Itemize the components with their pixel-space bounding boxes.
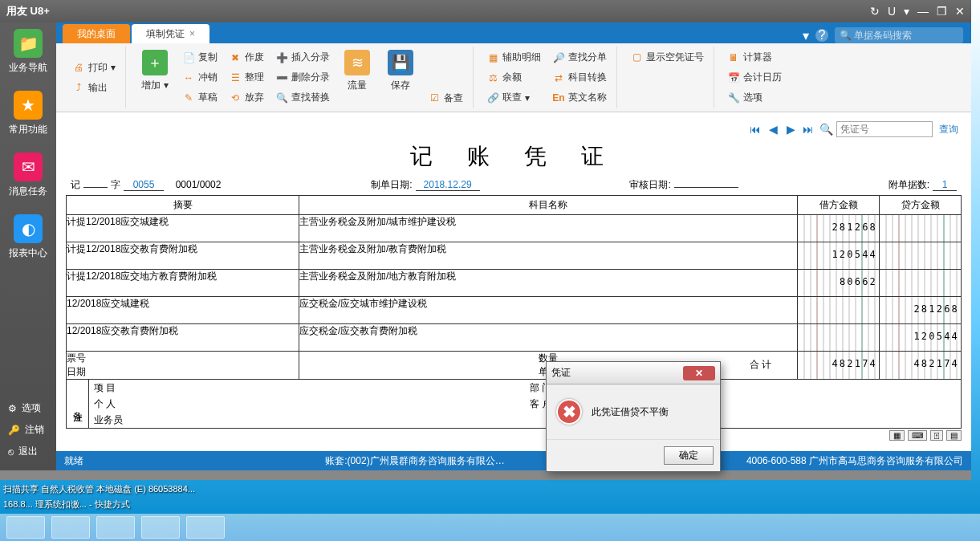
u-icon[interactable]: U: [888, 5, 896, 18]
findbill-icon: 🔎: [552, 51, 565, 64]
btn-query[interactable]: 查询: [936, 123, 962, 136]
taskbar-item[interactable]: [6, 516, 45, 539]
dialog-titlebar[interactable]: 凭证 ✕: [547, 362, 720, 384]
nav-messages[interactable]: ✉消息任务: [4, 153, 52, 198]
btn-insert-entry[interactable]: ➕插入分录: [272, 49, 333, 67]
btn-save[interactable]: 💾保存: [381, 48, 420, 107]
btn-options[interactable]: 🔧选项: [724, 89, 785, 107]
cell-credit[interactable]: 120544: [880, 324, 962, 352]
btn-flow[interactable]: ≋流量: [338, 48, 376, 107]
nav-next-icon[interactable]: ▶: [783, 122, 798, 136]
nav-logout[interactable]: 🔑注销: [0, 419, 56, 441]
nav-last-icon[interactable]: ⏭: [801, 122, 815, 136]
btn-print[interactable]: 🖨打印 ▾: [69, 59, 119, 76]
cell-subject[interactable]: 应交税金/应交教育费附加税: [299, 324, 798, 352]
ft-clerk[interactable]: 业务员: [89, 412, 525, 428]
taskbar-item[interactable]: [186, 516, 225, 539]
tab-more-icon[interactable]: ▾: [803, 28, 809, 43]
gear-icon: ⚙: [8, 403, 17, 414]
cell-debit[interactable]: [798, 324, 880, 352]
btn-find-replace[interactable]: 🔍查找替换: [272, 89, 333, 107]
table-row[interactable]: 计提12/2018应交地方教育费附加税主营业务税金及附加/地方教育附加税8066…: [67, 270, 962, 297]
cell-debit[interactable]: 281268: [798, 215, 880, 242]
nav-favorites[interactable]: ★常用功能: [4, 91, 52, 136]
btn-offset[interactable]: ↔冲销: [179, 69, 221, 87]
btn-balance[interactable]: ⚖余额: [483, 69, 544, 87]
make-date[interactable]: 2018.12.29: [416, 179, 480, 191]
nav-exit[interactable]: ⎋退出: [0, 441, 56, 462]
nav-prev-icon[interactable]: ◀: [766, 122, 780, 136]
cell-credit[interactable]: [880, 270, 962, 297]
nav-search-icon[interactable]: 🔍: [819, 122, 833, 136]
nav-options[interactable]: ⚙选项: [0, 397, 56, 419]
help-icon[interactable]: ?: [815, 29, 828, 42]
btn-tidy[interactable]: ☰整理: [226, 69, 267, 87]
nav-reports[interactable]: ◐报表中心: [4, 214, 52, 260]
refresh-icon[interactable]: ↻: [870, 5, 880, 18]
cell-credit[interactable]: 281268: [880, 297, 962, 324]
ft-project[interactable]: 项 目: [89, 380, 525, 396]
attach-count[interactable]: 1: [933, 179, 957, 191]
footer-icon-3[interactable]: ⍐: [930, 430, 943, 441]
btn-add[interactable]: ＋增加 ▾: [136, 48, 174, 107]
btn-find-bill[interactable]: 🔎查找分单: [549, 49, 610, 67]
table-row[interactable]: 计提12/2018应交教育费附加税主营业务税金及附加/教育费附加税120544: [67, 242, 962, 270]
nav-business[interactable]: 📁业务导航: [4, 29, 52, 75]
btn-eng-name[interactable]: En英文名称: [549, 89, 610, 107]
btn-show-empty[interactable]: ▢显示空凭证号: [627, 48, 707, 66]
cell-subject[interactable]: 主营业务税金及附加/城市维护建设税: [299, 215, 798, 242]
restore-icon[interactable]: ❐: [937, 5, 947, 18]
table-row[interactable]: 12/2018应交城建税应交税金/应交城市维护建设税281268: [67, 297, 962, 324]
ft-person[interactable]: 个 人: [89, 396, 525, 412]
cell-subject[interactable]: 主营业务税金及附加/教育费附加税: [299, 242, 798, 270]
nav-first-icon[interactable]: ⏮: [748, 122, 762, 136]
taskbar-item[interactable]: [96, 516, 135, 539]
cell-debit[interactable]: 120544: [798, 242, 880, 270]
dialog-close-icon[interactable]: ✕: [683, 366, 715, 380]
btn-delete-entry[interactable]: ➖删除分录: [272, 69, 333, 87]
cell-summary[interactable]: 计提12/2018应交地方教育费附加税: [67, 270, 299, 297]
footer-icon-2[interactable]: ⌨: [908, 430, 927, 441]
btn-audit[interactable]: ☑备查: [425, 89, 466, 107]
cell-subject[interactable]: 主营业务税金及附加/地方教育附加税: [299, 270, 798, 297]
tab-home[interactable]: 我的桌面: [63, 24, 130, 43]
cell-summary[interactable]: 计提12/2018应交城建税: [67, 215, 299, 242]
dialog-ok-button[interactable]: 确定: [664, 446, 714, 465]
footer-icon-4[interactable]: ▤: [946, 430, 962, 441]
btn-calendar[interactable]: 📅会计日历: [724, 69, 785, 87]
btn-void[interactable]: ✖作废: [226, 49, 267, 67]
btn-draft[interactable]: ✎草稿: [179, 89, 221, 107]
flow-icon: ≋: [344, 50, 370, 75]
voucher-no-input[interactable]: [836, 121, 933, 137]
cell-summary[interactable]: 12/2018应交城建税: [67, 297, 299, 324]
cell-summary[interactable]: 12/2018应交教育费附加税: [67, 324, 299, 352]
abandon-icon: ⟲: [229, 92, 242, 104]
cell-subject[interactable]: 应交税金/应交城市维护建设税: [299, 297, 798, 324]
btn-aux[interactable]: ▦辅助明细: [483, 49, 544, 67]
cell-debit[interactable]: [798, 297, 880, 324]
taskbar-item[interactable]: [51, 516, 90, 539]
cell-debit[interactable]: 80662: [798, 270, 880, 297]
cell-summary[interactable]: 计提12/2018应交教育费附加税: [67, 242, 299, 270]
barcode-search[interactable]: 🔍 单据条码搜索: [835, 27, 963, 43]
table-row[interactable]: 计提12/2018应交城建税主营业务税金及附加/城市维护建设税281268: [67, 215, 962, 242]
close-icon[interactable]: ✕: [955, 5, 965, 18]
dropdown-icon[interactable]: ▾: [904, 5, 909, 18]
btn-output[interactable]: ⤴输出: [69, 79, 119, 96]
taskbar-item[interactable]: [141, 516, 180, 539]
tab-close-icon[interactable]: ×: [189, 28, 195, 39]
btn-copy[interactable]: 📄复制: [179, 49, 221, 67]
btn-calc[interactable]: 🖩计算器: [724, 49, 785, 67]
cell-credit[interactable]: [880, 242, 962, 270]
btn-linkq[interactable]: 🔗联查 ▾: [483, 89, 544, 107]
voucher-no[interactable]: 0055: [124, 179, 164, 191]
btn-abandon[interactable]: ⟲放弃: [226, 89, 267, 107]
taskbar[interactable]: [0, 514, 980, 541]
tab-voucher[interactable]: 填制凭证×: [132, 24, 209, 43]
table-row[interactable]: 12/2018应交教育费附加税应交税金/应交教育费附加税120544: [67, 324, 962, 352]
cell-credit[interactable]: [880, 215, 962, 242]
footer-icon-1[interactable]: ▦: [889, 430, 905, 441]
minimize-icon[interactable]: —: [917, 5, 929, 18]
error-dialog: 凭证 ✕ ✖ 此凭证借贷不平衡 确定: [546, 361, 721, 472]
btn-acct-trans[interactable]: ⇄科目转换: [549, 69, 610, 87]
